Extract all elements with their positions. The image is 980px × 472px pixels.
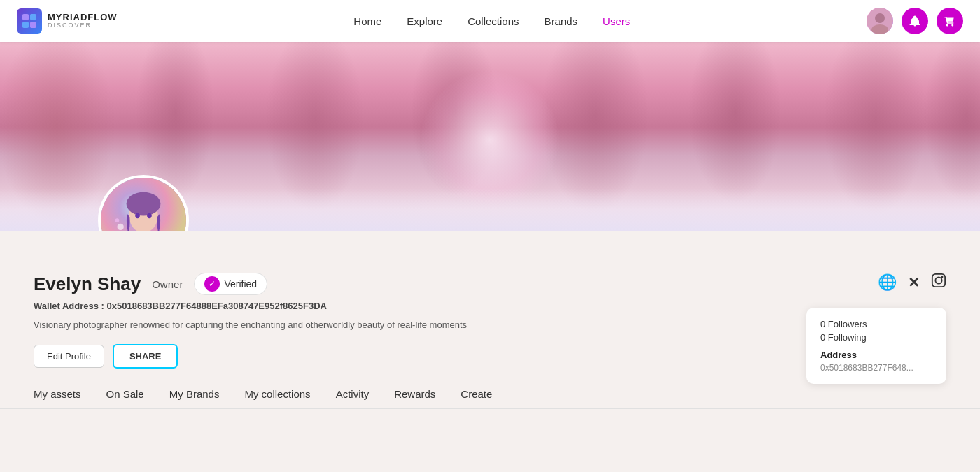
twitter-x-icon[interactable]: ✕ [908, 274, 920, 291]
profile-avatar-inner [101, 178, 186, 231]
verified-check-icon: ✓ [204, 276, 220, 292]
stats-card: 0 Followers 0 Following Address 0x501868… [806, 308, 946, 384]
svg-point-17 [941, 276, 944, 278]
svg-point-12 [117, 224, 123, 230]
logo-container: MYRIADFLOW DISCOVER [17, 8, 118, 34]
tab-rewards[interactable]: Rewards [394, 388, 435, 403]
svg-rect-0 [22, 14, 29, 20]
profile-name-row: Evelyn Shay Owner ✓ Verified [34, 273, 946, 295]
cart-button[interactable] [937, 8, 963, 34]
profile-avatar [98, 175, 189, 231]
instagram-icon[interactable] [931, 273, 946, 292]
tab-my-brands[interactable]: My Brands [169, 388, 220, 403]
svg-rect-1 [30, 14, 36, 20]
hero-banner [0, 42, 980, 231]
svg-point-13 [115, 218, 120, 222]
wallet-address-value: 0x5018683BB277F64888EFa308747E952f8625F3… [107, 301, 327, 311]
svg-rect-3 [30, 22, 36, 28]
profile-info-section: 🌐 ✕ 0 Followers 0 Following Address 0x50… [0, 273, 980, 369]
nav-explore[interactable]: Explore [407, 15, 442, 27]
svg-point-11 [147, 213, 152, 219]
tab-activity[interactable]: Activity [336, 388, 370, 403]
nav-collections[interactable]: Collections [468, 15, 519, 27]
following-count: 0 Following [820, 332, 932, 343]
svg-rect-2 [22, 22, 29, 28]
wallet-label: Wallet Address : [34, 301, 104, 311]
notification-button[interactable] [902, 8, 928, 34]
svg-point-9 [127, 192, 161, 216]
nav-brands[interactable]: Brands [545, 15, 578, 27]
social-icons: 🌐 ✕ [878, 273, 946, 292]
address-label: Address [820, 350, 932, 360]
profile-avatar-container [98, 175, 189, 231]
verified-badge: ✓ Verified [194, 273, 267, 295]
profile-tabs: My assets On Sale My Brands My collectio… [0, 388, 980, 409]
edit-profile-button[interactable]: Edit Profile [34, 345, 104, 368]
user-avatar[interactable] [867, 8, 893, 34]
logo-sub: DISCOVER [48, 22, 118, 29]
profile-name: Evelyn Shay [34, 273, 141, 295]
nav-links: Home Explore Collections Brands Users [354, 15, 630, 27]
svg-point-10 [135, 213, 140, 219]
profile-role: Owner [152, 278, 183, 290]
tab-my-assets[interactable]: My assets [34, 388, 81, 403]
nav-home[interactable]: Home [354, 15, 382, 27]
address-value: 0x5018683BB277F648... [820, 363, 932, 373]
followers-count: 0 Followers [820, 319, 932, 329]
svg-point-5 [875, 13, 885, 23]
svg-point-16 [935, 277, 941, 283]
verified-text: Verified [224, 278, 257, 289]
tab-create[interactable]: Create [461, 388, 492, 403]
tab-on-sale[interactable]: On Sale [106, 388, 144, 403]
logo-icon [17, 8, 42, 34]
logo-text: MYRIADFLOW DISCOVER [48, 13, 118, 29]
globe-icon[interactable]: 🌐 [878, 273, 897, 292]
logo-name: MYRIADFLOW [48, 13, 118, 22]
navbar: MYRIADFLOW DISCOVER Home Explore Collect… [0, 0, 980, 42]
svg-rect-15 [932, 274, 945, 287]
navbar-right [867, 8, 963, 34]
nav-users[interactable]: Users [603, 15, 630, 27]
share-button[interactable]: SHARE [113, 344, 178, 369]
tab-my-collections[interactable]: My collections [244, 388, 310, 403]
